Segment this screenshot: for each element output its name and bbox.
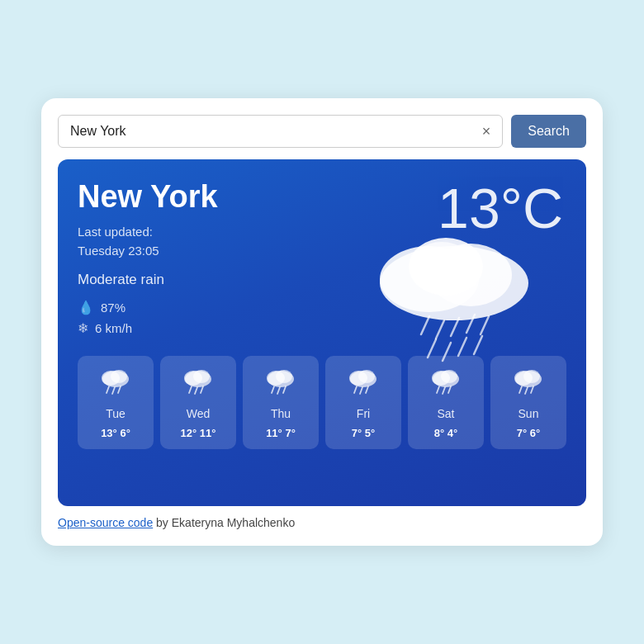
svg-line-23 xyxy=(189,386,192,393)
wind-icon: ❄ xyxy=(78,320,88,336)
forecast-temp: 7° 6° xyxy=(517,427,540,439)
svg-line-5 xyxy=(421,316,429,334)
svg-line-18 xyxy=(112,387,115,394)
forecast-day: Tue xyxy=(106,407,125,420)
forecast-item: Wed 12° 11° xyxy=(160,356,236,449)
weather-panel: New York 13°C Last updated: Tuesday 23:0… xyxy=(58,159,586,506)
cloud-svg xyxy=(347,209,561,374)
svg-line-29 xyxy=(272,386,274,393)
svg-line-7 xyxy=(451,318,459,336)
svg-point-4 xyxy=(410,242,473,288)
svg-point-16 xyxy=(111,370,127,383)
svg-line-10 xyxy=(428,339,436,358)
svg-line-17 xyxy=(107,386,109,393)
footer-suffix: by Ekateryna Myhalchenko xyxy=(153,516,295,529)
svg-line-31 xyxy=(283,386,286,393)
svg-line-19 xyxy=(118,386,121,393)
forecast-temp: 13° 6° xyxy=(101,427,130,439)
search-input[interactable] xyxy=(67,116,479,147)
search-input-wrapper: × xyxy=(58,115,503,148)
svg-line-25 xyxy=(201,386,203,393)
forecast-day: Sun xyxy=(519,407,539,420)
footer: Open-source code by Ekateryna Myhalchenk… xyxy=(58,516,586,529)
svg-line-9 xyxy=(481,316,489,334)
forecast-day: Sat xyxy=(437,407,454,420)
clear-button[interactable]: × xyxy=(479,124,495,139)
forecast-day: Thu xyxy=(271,407,291,420)
forecast-cloud-icon xyxy=(97,366,135,400)
svg-line-30 xyxy=(277,387,280,394)
forecast-temp: 12° 11° xyxy=(181,427,216,439)
svg-line-11 xyxy=(443,343,451,361)
humidity-value: 87% xyxy=(101,301,125,315)
forecast-cloud-icon xyxy=(179,366,217,400)
weather-card: × Search New York 13°C Last updated: Tue… xyxy=(41,98,603,546)
forecast-temp: 11° 7° xyxy=(266,427,296,439)
weather-illustration xyxy=(347,209,561,407)
source-code-link[interactable]: Open-source code xyxy=(58,516,153,529)
forecast-day: Fri xyxy=(357,407,370,420)
forecast-day: Wed xyxy=(187,407,211,420)
svg-line-6 xyxy=(436,320,444,339)
svg-point-28 xyxy=(276,370,292,383)
forecast-item: Thu 11° 7° xyxy=(243,356,319,449)
forecast-temp: 8° 4° xyxy=(434,427,457,439)
svg-line-24 xyxy=(195,387,197,394)
svg-point-22 xyxy=(193,370,210,383)
forecast-cloud-icon xyxy=(262,366,300,400)
search-row: × Search xyxy=(58,115,586,148)
wind-value: 6 km/h xyxy=(95,321,132,335)
svg-line-12 xyxy=(458,338,466,356)
search-button[interactable]: Search xyxy=(511,115,586,148)
humidity-icon: 💧 xyxy=(78,300,94,315)
svg-line-13 xyxy=(474,336,482,354)
forecast-item: Tue 13° 6° xyxy=(78,356,154,449)
forecast-temp: 7° 5° xyxy=(352,427,375,439)
